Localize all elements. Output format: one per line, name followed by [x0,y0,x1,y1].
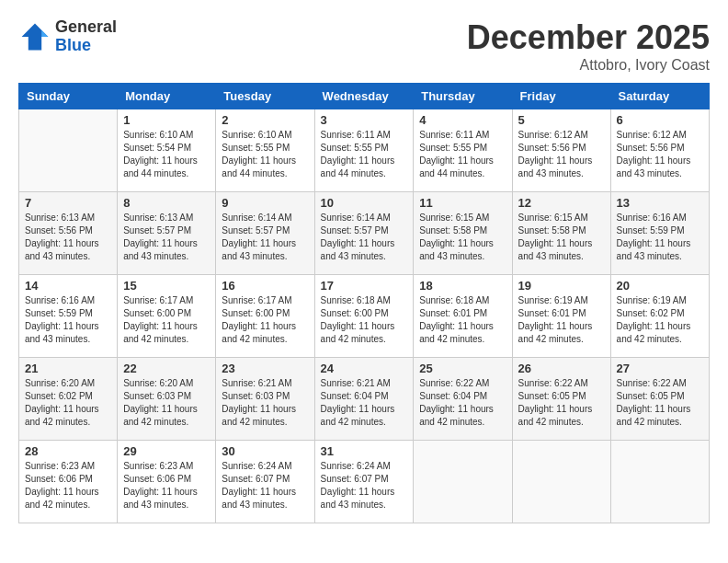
logo-icon [18,20,51,53]
day-number: 7 [25,196,111,210]
calendar-cell: 8Sunrise: 6:13 AMSunset: 5:57 PMDaylight… [118,192,216,275]
calendar-cell: 9Sunrise: 6:14 AMSunset: 5:57 PMDaylight… [216,192,314,275]
calendar-cell [610,441,709,523]
day-number: 13 [617,196,703,210]
calendar-cell: 19Sunrise: 6:19 AMSunset: 6:01 PMDayligh… [512,275,610,358]
calendar-cell: 31Sunrise: 6:24 AMSunset: 6:07 PMDayligh… [314,441,414,523]
calendar-cell: 12Sunrise: 6:15 AMSunset: 5:58 PMDayligh… [512,192,610,275]
calendar-cell: 16Sunrise: 6:17 AMSunset: 6:00 PMDayligh… [216,275,314,358]
day-header-monday: Monday [118,84,216,109]
day-header-thursday: Thursday [414,84,512,109]
calendar-cell: 30Sunrise: 6:24 AMSunset: 6:07 PMDayligh… [216,441,314,523]
calendar-cell: 14Sunrise: 6:16 AMSunset: 5:59 PMDayligh… [19,275,118,358]
day-number: 9 [222,196,308,210]
calendar-cell: 25Sunrise: 6:22 AMSunset: 6:04 PMDayligh… [414,358,512,441]
day-info: Sunrise: 6:12 AMSunset: 5:56 PMDaylight:… [518,129,605,180]
calendar-cell: 6Sunrise: 6:12 AMSunset: 5:56 PMDaylight… [610,109,709,192]
logo-blue-text: Blue [55,37,117,55]
day-number: 26 [518,362,605,375]
day-number: 3 [321,113,408,127]
calendar-cell: 27Sunrise: 6:22 AMSunset: 6:05 PMDayligh… [610,358,709,441]
day-number: 17 [321,279,408,293]
day-info: Sunrise: 6:18 AMSunset: 6:01 PMDaylight:… [419,294,506,346]
day-info: Sunrise: 6:10 AMSunset: 5:54 PMDaylight:… [123,129,210,180]
day-number: 20 [617,279,703,293]
calendar-table: SundayMondayTuesdayWednesdayThursdayFrid… [18,83,710,523]
day-number: 21 [25,362,111,375]
day-info: Sunrise: 6:15 AMSunset: 5:58 PMDaylight:… [518,212,605,263]
logo-general-text: General [55,18,117,37]
day-number: 25 [419,362,506,375]
day-info: Sunrise: 6:16 AMSunset: 5:59 PMDaylight:… [25,294,111,346]
day-number: 12 [518,196,605,210]
calendar-body: 1Sunrise: 6:10 AMSunset: 5:54 PMDaylight… [19,109,710,523]
day-info: Sunrise: 6:15 AMSunset: 5:58 PMDaylight:… [419,212,506,263]
day-number: 15 [123,279,210,293]
day-header-tuesday: Tuesday [216,84,314,109]
day-header-friday: Friday [512,84,610,109]
calendar-cell: 7Sunrise: 6:13 AMSunset: 5:56 PMDaylight… [19,192,118,275]
day-header-row: SundayMondayTuesdayWednesdayThursdayFrid… [19,84,710,109]
day-info: Sunrise: 6:17 AMSunset: 6:00 PMDaylight:… [222,294,308,346]
day-number: 10 [321,196,408,210]
svg-marker-1 [41,30,48,37]
day-info: Sunrise: 6:22 AMSunset: 6:05 PMDaylight:… [617,377,703,429]
calendar-cell: 28Sunrise: 6:23 AMSunset: 6:06 PMDayligh… [19,441,118,523]
day-info: Sunrise: 6:21 AMSunset: 6:03 PMDaylight:… [222,377,308,429]
calendar-cell: 17Sunrise: 6:18 AMSunset: 6:00 PMDayligh… [314,275,414,358]
logo: General Blue [18,18,117,55]
day-number: 5 [518,113,605,127]
day-info: Sunrise: 6:16 AMSunset: 5:59 PMDaylight:… [617,212,703,263]
day-info: Sunrise: 6:10 AMSunset: 5:55 PMDaylight:… [222,129,308,180]
calendar-cell: 10Sunrise: 6:14 AMSunset: 5:57 PMDayligh… [314,192,414,275]
day-info: Sunrise: 6:21 AMSunset: 6:04 PMDaylight:… [321,377,408,429]
day-info: Sunrise: 6:18 AMSunset: 6:00 PMDaylight:… [321,294,408,346]
day-number: 4 [419,113,506,127]
calendar-cell: 3Sunrise: 6:11 AMSunset: 5:55 PMDaylight… [314,109,414,192]
day-number: 28 [25,444,111,458]
location: Attobro, Ivory Coast [467,57,710,74]
calendar-cell: 15Sunrise: 6:17 AMSunset: 6:00 PMDayligh… [118,275,216,358]
calendar-week-1: 1Sunrise: 6:10 AMSunset: 5:54 PMDaylight… [19,109,710,192]
day-header-sunday: Sunday [19,84,118,109]
day-number: 8 [123,196,210,210]
page-header: General Blue December 2025 Attobro, Ivor… [18,18,710,74]
calendar-week-4: 21Sunrise: 6:20 AMSunset: 6:02 PMDayligh… [19,358,710,441]
day-info: Sunrise: 6:23 AMSunset: 6:06 PMDaylight:… [123,460,210,511]
calendar-cell [414,441,512,523]
day-info: Sunrise: 6:19 AMSunset: 6:02 PMDaylight:… [617,294,703,346]
logo-text: General Blue [55,18,117,55]
day-number: 18 [419,279,506,293]
calendar-cell: 4Sunrise: 6:11 AMSunset: 5:55 PMDaylight… [414,109,512,192]
day-number: 19 [518,279,605,293]
day-info: Sunrise: 6:24 AMSunset: 6:07 PMDaylight:… [222,460,308,511]
calendar-cell: 20Sunrise: 6:19 AMSunset: 6:02 PMDayligh… [610,275,709,358]
day-number: 14 [25,279,111,293]
day-info: Sunrise: 6:11 AMSunset: 5:55 PMDaylight:… [321,129,408,180]
day-info: Sunrise: 6:19 AMSunset: 6:01 PMDaylight:… [518,294,605,346]
day-info: Sunrise: 6:20 AMSunset: 6:02 PMDaylight:… [25,377,111,429]
day-info: Sunrise: 6:11 AMSunset: 5:55 PMDaylight:… [419,129,506,180]
calendar-cell [512,441,610,523]
calendar-week-2: 7Sunrise: 6:13 AMSunset: 5:56 PMDaylight… [19,192,710,275]
day-number: 30 [222,444,308,458]
calendar-cell: 21Sunrise: 6:20 AMSunset: 6:02 PMDayligh… [19,358,118,441]
calendar-cell: 29Sunrise: 6:23 AMSunset: 6:06 PMDayligh… [118,441,216,523]
calendar-cell: 13Sunrise: 6:16 AMSunset: 5:59 PMDayligh… [610,192,709,275]
month-title: December 2025 [467,18,710,57]
day-header-wednesday: Wednesday [314,84,414,109]
calendar-cell: 23Sunrise: 6:21 AMSunset: 6:03 PMDayligh… [216,358,314,441]
day-number: 31 [321,444,408,458]
day-info: Sunrise: 6:22 AMSunset: 6:05 PMDaylight:… [518,377,605,429]
day-number: 23 [222,362,308,375]
calendar-week-3: 14Sunrise: 6:16 AMSunset: 5:59 PMDayligh… [19,275,710,358]
calendar-cell: 26Sunrise: 6:22 AMSunset: 6:05 PMDayligh… [512,358,610,441]
day-info: Sunrise: 6:14 AMSunset: 5:57 PMDaylight:… [222,212,308,263]
day-number: 11 [419,196,506,210]
day-number: 1 [123,113,210,127]
calendar-cell: 24Sunrise: 6:21 AMSunset: 6:04 PMDayligh… [314,358,414,441]
day-info: Sunrise: 6:20 AMSunset: 6:03 PMDaylight:… [123,377,210,429]
calendar-cell: 22Sunrise: 6:20 AMSunset: 6:03 PMDayligh… [118,358,216,441]
calendar-cell: 18Sunrise: 6:18 AMSunset: 6:01 PMDayligh… [414,275,512,358]
day-info: Sunrise: 6:17 AMSunset: 6:00 PMDaylight:… [123,294,210,346]
